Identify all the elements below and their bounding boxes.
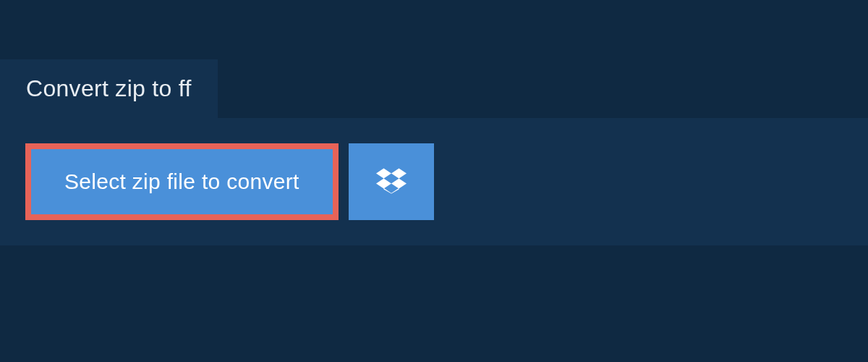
- button-row: Select zip file to convert: [25, 143, 843, 220]
- dropbox-icon: [376, 166, 407, 198]
- upload-panel: Select zip file to convert: [0, 118, 868, 245]
- page-title: Convert zip to ff: [26, 75, 192, 102]
- tab-header: Convert zip to ff: [0, 59, 218, 118]
- select-file-button-label: Select zip file to convert: [64, 169, 299, 194]
- dropbox-button[interactable]: [349, 143, 434, 220]
- select-file-button[interactable]: Select zip file to convert: [25, 143, 339, 220]
